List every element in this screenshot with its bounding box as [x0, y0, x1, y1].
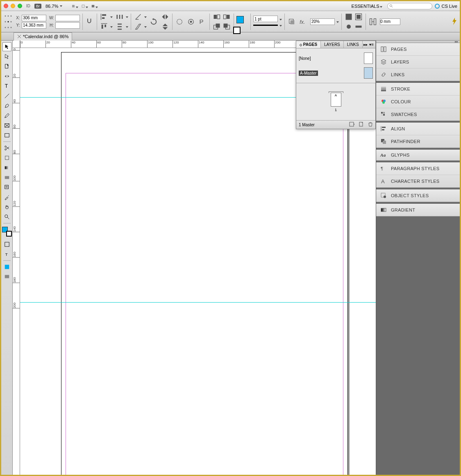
gap-tool[interactable] [2, 72, 11, 81]
fill-stroke-toggle[interactable] [2, 227, 12, 237]
flip-vertical-button[interactable] [161, 22, 170, 31]
delete-page-button[interactable] [368, 122, 373, 128]
stroke-style-selector[interactable] [253, 25, 278, 26]
align-left-edges-button[interactable] [100, 12, 109, 21]
vertical-ruler[interactable]: 020406080100120140160180200 [13, 48, 20, 475]
collapse-panel-icon[interactable]: ▸▸ [363, 42, 368, 47]
master-none-row[interactable]: [None] [299, 51, 373, 66]
cs-live-button[interactable]: CS Live [435, 4, 457, 9]
formatting-container-button[interactable] [2, 240, 11, 249]
screen-mode-dropdown[interactable] [81, 3, 89, 9]
zoom-tool[interactable] [2, 212, 11, 221]
send-backward-button[interactable] [222, 22, 231, 31]
y-input[interactable] [22, 22, 46, 29]
select-content-button[interactable] [186, 17, 195, 26]
x-input[interactable] [22, 15, 46, 21]
pathfinder-panel-button[interactable]: PATHFINDER [376, 135, 460, 148]
new-page-button[interactable] [359, 122, 364, 128]
close-tab-icon[interactable] [17, 34, 21, 39]
ruler-origin[interactable] [13, 41, 20, 48]
text-wrap-none-button[interactable] [344, 12, 353, 21]
links-panel-button[interactable]: LINKS [376, 68, 460, 81]
eyedropper-tool[interactable] [2, 193, 11, 202]
colour-panel-button[interactable]: COLOUR [376, 96, 460, 108]
text-wrap-jump-button[interactable] [354, 22, 363, 31]
document-tab[interactable]: *Calendar.indd @ 86% [14, 32, 72, 41]
zoom-level-selector[interactable]: 86.7% [44, 4, 64, 9]
shear-angle-icon[interactable] [134, 22, 143, 31]
screen-mode-button[interactable] [2, 272, 11, 281]
distribute-vertical-button[interactable] [115, 22, 124, 31]
layers-panel-button[interactable]: LAYERS [376, 56, 460, 68]
stroke-weight-input[interactable] [253, 16, 278, 22]
view-options-dropdown[interactable] [71, 3, 79, 9]
line-tool[interactable] [2, 91, 11, 100]
effects-button[interactable]: fx. [299, 17, 308, 26]
canvas[interactable]: 020406080100120140160180200220 020406080… [13, 41, 376, 475]
glyphs-panel-button[interactable]: AaGLYPHS [376, 150, 460, 160]
text-wrap-shape-button[interactable] [344, 22, 353, 31]
bridge-button[interactable]: Br [34, 4, 41, 9]
free-transform-tool[interactable] [2, 153, 11, 162]
page-tool[interactable] [2, 62, 11, 71]
formatting-text-button[interactable]: T [2, 250, 11, 259]
horizontal-guide[interactable] [20, 302, 376, 303]
object-styles-panel-button[interactable]: OBJECT STYLES [376, 189, 460, 202]
selection-tool[interactable] [2, 42, 11, 51]
panel-menu-icon[interactable]: ▾≡ [369, 42, 374, 47]
w-input[interactable] [55, 15, 80, 21]
pages-panel[interactable]: ◇ PAGES LAYERS LINKS ▸▸ ▾≡ [None] A-Mast… [296, 41, 376, 129]
select-prev-button[interactable] [212, 12, 221, 21]
character-styles-panel-button[interactable]: ACHARACTER STYLES [376, 175, 460, 187]
gap-input[interactable] [380, 18, 400, 25]
arrange-documents-dropdown[interactable] [91, 3, 98, 9]
fill-stroke-swatches[interactable] [236, 16, 248, 27]
bring-forward-button[interactable] [212, 22, 221, 31]
master-none-thumb[interactable] [364, 52, 373, 64]
links-tab[interactable]: LINKS [344, 41, 363, 48]
gradient-panel-button[interactable]: GRADIENT [376, 204, 460, 216]
clip-content-icon[interactable] [85, 17, 94, 26]
close-window-button[interactable] [4, 4, 8, 8]
pages-tab[interactable]: ◇ PAGES [296, 41, 321, 48]
scissors-tool[interactable] [2, 143, 11, 153]
stroke-color-swatch[interactable] [233, 27, 241, 34]
master-a-thumb[interactable] [364, 67, 373, 79]
workspace-switcher[interactable]: ESSENTIALS [349, 4, 385, 9]
fill-color-swatch[interactable] [236, 16, 244, 23]
minimize-window-button[interactable] [11, 4, 15, 8]
hand-tool[interactable] [2, 203, 11, 212]
pen-tool[interactable] [2, 101, 11, 110]
pages-panel-button[interactable]: PAGES [376, 43, 460, 56]
note-tool[interactable] [2, 183, 11, 192]
quick-apply-button[interactable] [452, 17, 457, 26]
gap-tool-icon[interactable] [368, 17, 377, 26]
drop-shadow-button[interactable] [287, 17, 296, 26]
maximize-window-button[interactable] [18, 4, 22, 8]
text-placeholder-icon[interactable]: P [198, 17, 207, 26]
stroke-panel-button[interactable]: STROKE [376, 83, 460, 96]
tool-stroke-swatch[interactable] [6, 231, 12, 237]
apply-color-button[interactable] [2, 262, 11, 271]
gradient-feather-tool[interactable] [2, 173, 11, 182]
rectangle-frame-tool[interactable] [2, 121, 11, 130]
align-panel-button[interactable]: ALIGN [376, 123, 460, 135]
master-a-row[interactable]: A-Master [299, 66, 373, 80]
direct-selection-tool[interactable] [2, 52, 11, 61]
distribute-horizontal-button[interactable] [115, 12, 124, 21]
pencil-tool[interactable] [2, 111, 11, 120]
rotate-90-cw-button[interactable] [149, 17, 158, 26]
search-field[interactable] [387, 3, 432, 9]
opacity-input[interactable] [310, 18, 335, 25]
text-wrap-bbox-button[interactable] [354, 12, 363, 21]
page-1-thumb[interactable]: A [331, 93, 341, 107]
swatches-panel-button[interactable]: SWATCHES [376, 108, 460, 121]
select-next-button[interactable] [222, 12, 231, 21]
h-input[interactable] [55, 22, 80, 29]
reference-point-proxy[interactable] [4, 14, 13, 30]
paragraph-styles-panel-button[interactable]: ¶PARAGRAPH STYLES [376, 162, 460, 175]
rotate-angle-icon[interactable] [134, 12, 143, 21]
gradient-swatch-tool[interactable] [2, 163, 11, 172]
rectangle-tool[interactable] [2, 131, 11, 140]
align-top-edges-button[interactable] [100, 22, 109, 31]
